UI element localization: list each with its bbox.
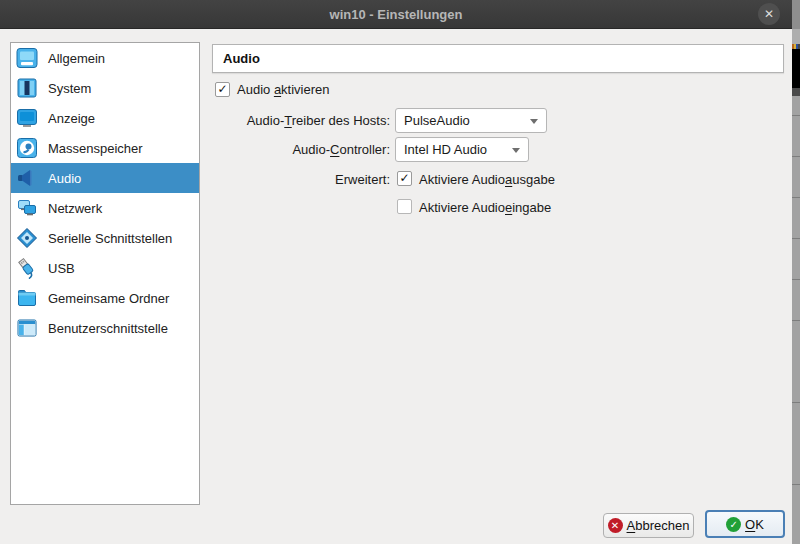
settings-dialog: win10 - Einstellungen ✕ Allgemein System… <box>0 0 792 544</box>
sidebar-item-shared-folders[interactable]: Gemeinsame Ordner <box>11 283 199 313</box>
window-title: win10 - Einstellungen <box>330 7 463 22</box>
sidebar-item-general[interactable]: Allgemein <box>11 43 199 73</box>
sidebar-item-label: Massenspeicher <box>48 141 143 156</box>
background-window-sliver <box>792 0 800 544</box>
serial-icon <box>16 227 38 249</box>
shared-folders-icon <box>16 287 38 309</box>
titlebar: win10 - Einstellungen ✕ <box>0 0 792 29</box>
cancel-button-label: Abbrechen <box>627 518 690 533</box>
cancel-button[interactable]: ✕ Abbrechen <box>603 513 694 538</box>
panel-title: Audio <box>212 44 784 73</box>
audio-icon <box>16 167 38 189</box>
cancel-icon: ✕ <box>608 518 623 533</box>
audio-input-label[interactable]: Aktiviere Audioeingabe <box>419 200 551 215</box>
chevron-down-icon <box>512 148 520 153</box>
sidebar-item-label: Benutzerschnittstelle <box>48 321 168 336</box>
enable-audio-checkbox[interactable]: ✓ <box>215 82 230 97</box>
checkmark-icon: ✓ <box>399 172 409 185</box>
sidebar-item-label: Anzeige <box>48 111 95 126</box>
sidebar-item-user-interface[interactable]: Benutzerschnittstelle <box>11 313 199 343</box>
close-icon: ✕ <box>764 7 774 21</box>
settings-category-list: Allgemein System Anzeige Massenspeicher <box>10 42 200 505</box>
sidebar-item-label: Gemeinsame Ordner <box>48 291 169 306</box>
audio-input-checkbox[interactable] <box>397 199 412 214</box>
network-icon <box>16 197 38 219</box>
sidebar-item-usb[interactable]: USB <box>11 253 199 283</box>
sidebar-item-label: Serielle Schnittstellen <box>48 231 172 246</box>
host-driver-select[interactable]: PulseAudio <box>395 108 547 133</box>
ok-icon: ✓ <box>726 517 741 532</box>
enable-audio-label[interactable]: Audio aktivieren <box>237 82 330 97</box>
sidebar-item-storage[interactable]: Massenspeicher <box>11 133 199 163</box>
sidebar-item-label: Netzwerk <box>48 201 102 216</box>
ok-button[interactable]: ✓ OK <box>705 510 785 538</box>
general-icon <box>16 47 38 69</box>
checkmark-icon: ✓ <box>217 83 227 96</box>
sidebar-item-label: Audio <box>48 171 81 186</box>
sidebar-item-label: Allgemein <box>48 51 105 66</box>
usb-icon <box>16 257 38 279</box>
host-driver-value: PulseAudio <box>404 113 470 128</box>
sidebar-item-network[interactable]: Netzwerk <box>11 193 199 223</box>
controller-select[interactable]: Intel HD Audio <box>395 137 529 162</box>
sidebar-item-serial-ports[interactable]: Serielle Schnittstellen <box>11 223 199 253</box>
sidebar-item-audio[interactable]: Audio <box>11 163 199 193</box>
sidebar-item-label: System <box>48 81 91 96</box>
storage-icon <box>16 137 38 159</box>
sidebar-item-label: USB <box>48 261 75 276</box>
controller-label: Audio-Controller: <box>212 142 390 157</box>
sidebar-item-display[interactable]: Anzeige <box>11 103 199 133</box>
host-driver-label: Audio-Treiber des Hosts: <box>212 113 390 128</box>
sidebar-item-system[interactable]: System <box>11 73 199 103</box>
chevron-down-icon <box>530 119 538 124</box>
audio-output-checkbox[interactable]: ✓ <box>397 171 412 186</box>
display-icon <box>16 107 38 129</box>
extended-label: Erweitert: <box>212 172 390 187</box>
close-button[interactable]: ✕ <box>758 3 780 25</box>
controller-value: Intel HD Audio <box>404 142 487 157</box>
user-interface-icon <box>16 317 38 339</box>
system-icon <box>16 77 38 99</box>
ok-button-label: OK <box>745 517 764 532</box>
audio-output-label[interactable]: Aktiviere Audioausgabe <box>419 172 555 187</box>
